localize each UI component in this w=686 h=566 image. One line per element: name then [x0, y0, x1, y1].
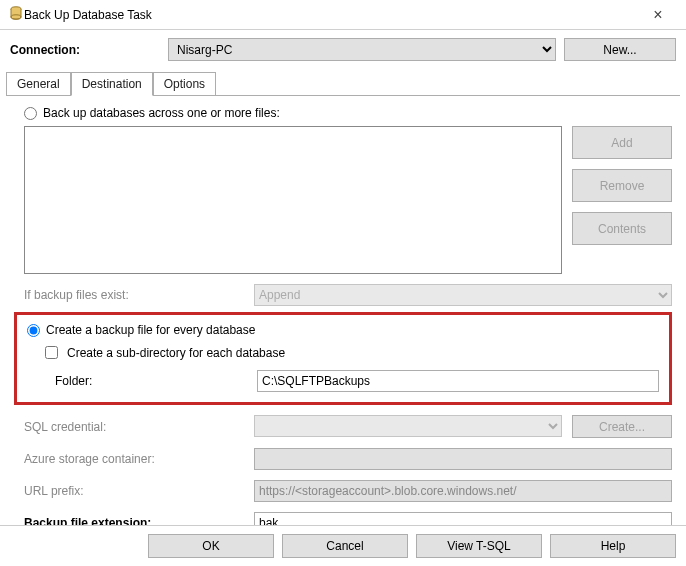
close-icon[interactable]: ×: [638, 6, 678, 24]
highlight-box: Create a backup file for every database …: [14, 312, 672, 405]
tab-strip: General Destination Options: [6, 72, 686, 96]
tab-body-destination: Back up databases across one or more fil…: [0, 96, 686, 534]
files-listbox[interactable]: [24, 126, 562, 274]
radio-every-db[interactable]: [27, 324, 40, 337]
app-icon: [8, 5, 24, 24]
window-title: Back Up Database Task: [24, 8, 638, 22]
add-button: Add: [572, 126, 672, 159]
title-bar: Back Up Database Task ×: [0, 0, 686, 30]
sql-credential-label: SQL credential:: [24, 420, 244, 434]
sql-credential-select: [254, 415, 562, 437]
dialog-footer: OK Cancel View T-SQL Help: [0, 525, 686, 566]
view-tsql-button[interactable]: View T-SQL: [416, 534, 542, 558]
folder-input[interactable]: [257, 370, 659, 392]
radio-across-label: Back up databases across one or more fil…: [43, 106, 280, 120]
tab-general[interactable]: General: [6, 72, 71, 96]
new-connection-button[interactable]: New...: [564, 38, 676, 61]
folder-label: Folder:: [27, 374, 247, 388]
remove-button: Remove: [572, 169, 672, 202]
url-prefix-input: [254, 480, 672, 502]
checkbox-subdir-label: Create a sub-directory for each database: [67, 346, 285, 360]
azure-container-input: [254, 448, 672, 470]
connection-label: Connection:: [10, 43, 160, 57]
checkbox-subdir[interactable]: [45, 346, 58, 359]
radio-across-files[interactable]: [24, 107, 37, 120]
tab-options[interactable]: Options: [153, 72, 216, 96]
contents-button: Contents: [572, 212, 672, 245]
url-prefix-label: URL prefix:: [24, 484, 244, 498]
connection-select[interactable]: Nisarg-PC: [168, 38, 556, 61]
cancel-button[interactable]: Cancel: [282, 534, 408, 558]
connection-row: Connection: Nisarg-PC New...: [0, 30, 686, 69]
tab-destination[interactable]: Destination: [71, 72, 153, 96]
radio-every-label: Create a backup file for every database: [46, 323, 255, 337]
if-exist-label: If backup files exist:: [24, 288, 244, 302]
help-button[interactable]: Help: [550, 534, 676, 558]
if-exist-select: Append: [254, 284, 672, 306]
ok-button[interactable]: OK: [148, 534, 274, 558]
azure-container-label: Azure storage container:: [24, 452, 244, 466]
create-credential-button: Create...: [572, 415, 672, 438]
